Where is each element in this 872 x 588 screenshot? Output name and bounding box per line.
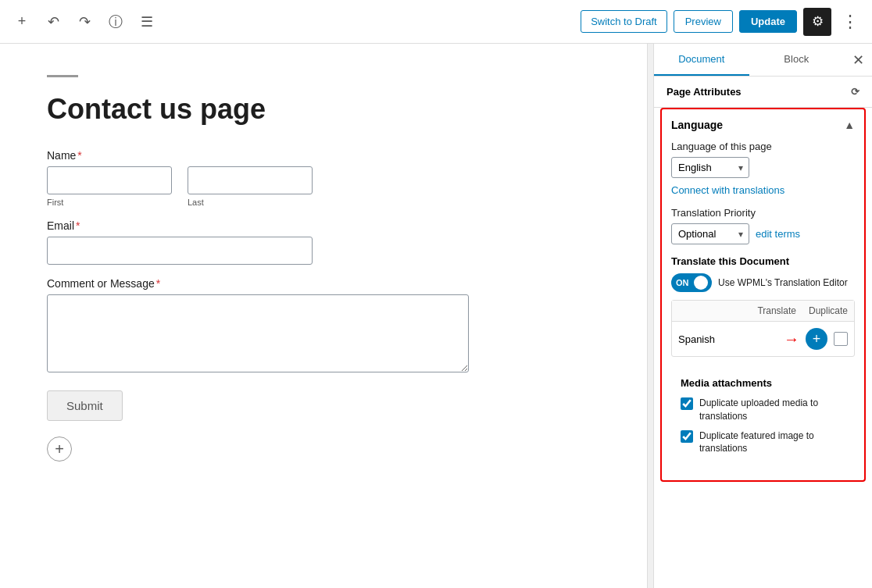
language-section-header: Language ▲ [671,119,855,131]
last-label: Last [188,198,313,207]
name-field-group: Name* First Last [47,149,469,207]
language-collapse-icon[interactable]: ▲ [844,119,855,131]
add-block-toolbar-button[interactable]: + [9,9,34,34]
translation-priority-field: Translation Priority Optional edit terms [671,207,855,244]
language-select[interactable]: English [671,157,749,178]
page-attributes-chevron: ⟳ [851,86,859,98]
email-input[interactable] [47,237,313,265]
toggle-on-label: ON [674,278,691,287]
tab-block[interactable]: Block [749,44,845,76]
page-attributes-header[interactable]: Page Attributes ⟳ [654,77,872,107]
switch-to-draft-button[interactable]: Switch to Draft [581,10,667,33]
language-of-page-label: Language of this page [671,141,855,152]
translate-col-header: Translate [757,305,796,316]
duplicate-featured-image-checkbox[interactable] [681,430,693,443]
toggle-description: Use WPML's Translation Editor [718,277,848,288]
duplicate-col-header: Duplicate [809,305,848,316]
sidebar-tabs: Document Block ✕ [654,44,872,77]
list-view-button[interactable]: ☰ [134,9,159,34]
translate-document-section: Translate this Document ON Use WPML's Tr… [671,255,855,357]
settings-button[interactable]: ⚙ [803,8,831,36]
arrow-right-icon: → [784,330,799,348]
add-block-button[interactable]: + [47,437,72,461]
language-of-page-field: Language of this page English Connect wi… [671,141,855,196]
priority-select[interactable]: Optional [671,223,749,244]
submit-button[interactable]: Submit [47,390,123,421]
contact-form: Name* First Last Email* [47,149,469,421]
media-option1-row: Duplicate uploaded media to translations [681,397,845,423]
first-name-input[interactable] [47,166,172,194]
last-name-input[interactable] [188,166,313,194]
connect-translations-link[interactable]: Connect with translations [671,184,855,196]
more-options-button[interactable]: ⋮ [838,9,863,34]
page-attributes-label: Page Attributes [667,86,742,98]
main-area: Contact us page Name* First Last [0,44,872,588]
translations-table-header: Translate Duplicate [672,301,854,322]
toggle-circle [694,276,708,290]
duplicate-featured-image-label: Duplicate featured image to translations [699,429,845,456]
translation-editor-toggle[interactable]: ON [671,273,712,292]
email-field-group: Email* [47,219,469,265]
name-label: Name* [47,149,469,162]
name-sub-labels: First Last [47,198,469,207]
undo-button[interactable]: ↶ [41,9,66,34]
language-section-title: Language [671,119,723,131]
toolbar-right: Switch to Draft Preview Update ⚙ ⋮ [581,8,863,36]
tab-document[interactable]: Document [654,44,749,76]
priority-select-wrapper: Optional [671,223,749,244]
comment-textarea[interactable] [47,294,469,372]
duplicate-spanish-checkbox[interactable] [834,332,848,346]
toolbar-left: + ↶ ↷ ⓘ ☰ [9,9,159,34]
scroll-divider [647,44,653,588]
media-attachments-title: Media attachments [681,377,845,389]
translate-doc-title: Translate this Document [671,255,855,267]
duplicate-uploaded-media-label: Duplicate uploaded media to translations [699,397,845,423]
info-button[interactable]: ⓘ [103,9,128,34]
translations-row-spanish: Spanish → + [672,322,854,356]
media-attachments-section: Media attachments Duplicate uploaded med… [671,368,855,471]
priority-row: Optional edit terms [671,223,855,244]
translations-table: Translate Duplicate Spanish → + [671,300,855,357]
page-top-decoration [47,75,78,77]
comment-field-group: Comment or Message* [47,277,469,375]
toolbar: + ↶ ↷ ⓘ ☰ Switch to Draft Preview Update… [0,0,872,44]
first-label: First [47,198,172,207]
name-inputs-row [47,166,469,194]
toggle-row: ON Use WPML's Translation Editor [671,273,855,292]
edit-terms-link[interactable]: edit terms [756,228,800,240]
spanish-lang-label: Spanish [678,333,777,345]
page-title: Contact us page [47,93,600,126]
translate-spanish-button[interactable]: + [806,328,827,350]
language-select-wrapper: English [671,157,749,178]
submit-group: Submit [47,390,469,421]
translation-priority-label: Translation Priority [671,207,855,219]
preview-button[interactable]: Preview [674,10,733,33]
update-button[interactable]: Update [739,10,797,33]
language-section: Language ▲ Language of this page English… [660,108,866,482]
sidebar-close-button[interactable]: ✕ [844,46,872,74]
comment-label: Comment or Message* [47,277,469,290]
editor-area: Contact us page Name* First Last [0,44,647,588]
duplicate-uploaded-media-checkbox[interactable] [681,397,693,410]
email-label: Email* [47,219,469,232]
sidebar: Document Block ✕ Page Attributes ⟳ Langu… [653,44,872,588]
redo-button[interactable]: ↷ [72,9,97,34]
page-attributes-section: Page Attributes ⟳ [654,77,872,108]
media-option2-row: Duplicate featured image to translations [681,429,845,456]
